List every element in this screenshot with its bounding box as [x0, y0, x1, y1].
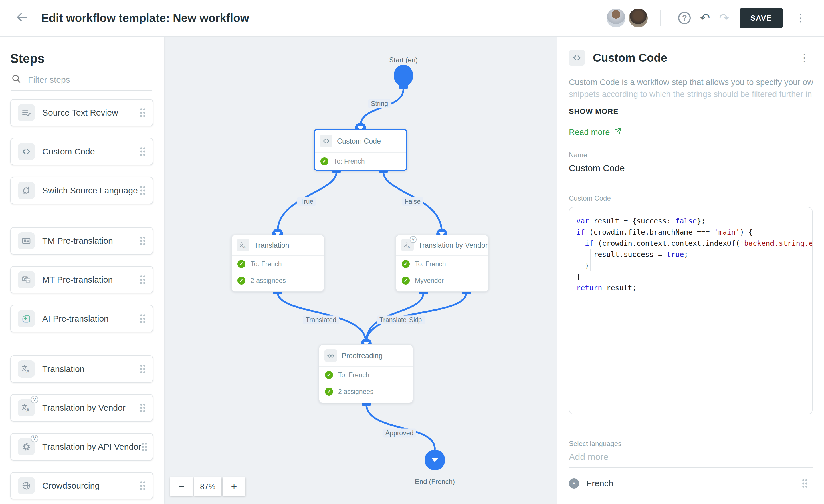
- zoom-out-button[interactable]: −: [170, 477, 193, 496]
- header: Edit workflow template: New workflow ? ↶…: [0, 0, 824, 36]
- glasses-icon: [324, 349, 337, 362]
- check-icon: ✓: [237, 277, 245, 285]
- translation-icon: A: [237, 239, 249, 251]
- steps-sidebar: Steps Source Text ReviewCustom CodeSwitc…: [0, 36, 164, 504]
- header-menu-button[interactable]: ⋮: [791, 11, 810, 25]
- ai-pre-translation-icon: [18, 310, 35, 327]
- zoom-level: 87%: [194, 477, 221, 496]
- help-icon: ?: [678, 12, 691, 24]
- check-icon: ✓: [402, 260, 410, 268]
- step-label: Translation: [42, 364, 84, 374]
- step-card-translation-by-api-vendor[interactable]: VTranslation by API Vendor: [10, 433, 153, 461]
- header-actions: ? ↶ ↷ SAVE ⋮: [607, 8, 810, 28]
- drag-handle-icon[interactable]: [140, 314, 146, 323]
- edge-label-approved: Approved: [383, 429, 416, 438]
- drag-handle-icon[interactable]: [140, 186, 146, 195]
- external-link-icon: [614, 127, 622, 137]
- mt-pre-translation-icon: G: [18, 271, 35, 288]
- name-field-value[interactable]: Custom Code: [569, 163, 813, 179]
- edge-label-string: String: [368, 99, 391, 108]
- remove-language-button[interactable]: ×: [569, 478, 579, 489]
- sidebar-title: Steps: [10, 52, 153, 66]
- close-icon: ×: [572, 480, 576, 487]
- step-label: AI Pre-translation: [42, 314, 109, 323]
- end-node[interactable]: [425, 449, 445, 470]
- save-button[interactable]: SAVE: [740, 8, 783, 28]
- filter-steps-input[interactable]: [27, 74, 152, 85]
- avatar[interactable]: [629, 9, 648, 27]
- canvas-node-translation[interactable]: A Translation ✓To: French ✓2 assignees: [231, 234, 324, 292]
- drag-handle-icon[interactable]: [140, 236, 146, 246]
- check-icon: ✓: [320, 157, 328, 165]
- step-card-mt-pre-translation[interactable]: GMT Pre-translation: [10, 266, 153, 294]
- globe-icon: [18, 477, 35, 494]
- translation-icon: AV: [18, 399, 35, 416]
- step-label: Translation by API Vendor: [42, 442, 141, 451]
- kebab-icon: ⋮: [795, 13, 806, 23]
- drag-handle-icon[interactable]: [140, 147, 146, 157]
- custom-code-icon: [18, 143, 35, 160]
- add-language-input[interactable]: Add more: [569, 451, 813, 468]
- drag-handle-icon[interactable]: [140, 108, 146, 118]
- undo-icon: ↶: [700, 12, 710, 24]
- help-button[interactable]: ?: [674, 9, 695, 27]
- svg-text:A: A: [26, 369, 30, 374]
- vendor-badge: V: [31, 435, 38, 442]
- custom-code-icon: [320, 135, 332, 147]
- svg-text:A: A: [243, 245, 246, 249]
- back-button[interactable]: [14, 10, 31, 27]
- edge-approved: [366, 404, 435, 449]
- filter-steps-field[interactable]: [11, 74, 152, 91]
- step-card-source-text-review[interactable]: Source Text Review: [10, 99, 153, 126]
- code-line: }: [576, 271, 805, 282]
- translation-vendor-icon: AV: [401, 239, 414, 251]
- inspector-panel: Custom Code ⋮ Custom Code is a workflow …: [557, 36, 824, 504]
- step-label: MT Pre-translation: [42, 275, 113, 285]
- select-languages-label: Select languages: [569, 440, 813, 448]
- step-label: Custom Code: [42, 147, 95, 157]
- step-card-custom-code[interactable]: Custom Code: [10, 138, 153, 165]
- step-card-tm-pre-translation[interactable]: TM Pre-translation: [10, 227, 153, 255]
- canvas-node-custom-code[interactable]: Custom Code ✓ To: French: [314, 129, 407, 171]
- avatar[interactable]: [607, 9, 625, 27]
- edge-label-true: True: [297, 197, 316, 206]
- step-card-translation[interactable]: ATranslation: [10, 355, 153, 383]
- canvas-node-proofreading[interactable]: Proofreading ✓To: French ✓2 assignees: [319, 344, 413, 403]
- canvas-node-translation-by-vendor[interactable]: AV Translation by Vendor ✓To: French ✓My…: [395, 234, 489, 292]
- panel-menu-button[interactable]: ⋮: [796, 50, 813, 66]
- drag-handle-icon[interactable]: [802, 479, 808, 488]
- step-card-switch-source-language[interactable]: Switch Source Language: [10, 177, 153, 204]
- drag-handle-icon[interactable]: [140, 481, 146, 491]
- language-name: French: [587, 479, 613, 488]
- code-editor[interactable]: var result = {success: false};if (crowdi…: [569, 207, 813, 414]
- page-title: Edit workflow template: New workflow: [41, 12, 249, 25]
- redo-button[interactable]: ↷: [715, 10, 734, 26]
- source-text-review-icon: [18, 104, 35, 121]
- step-card-ai-pre-translation[interactable]: AI Pre-translation: [10, 305, 153, 332]
- step-card-translation-by-vendor[interactable]: AVTranslation by Vendor: [10, 394, 153, 422]
- check-icon: ✓: [325, 371, 333, 379]
- undo-button[interactable]: ↶: [695, 10, 714, 26]
- workflow-canvas[interactable]: Start (en) End (French) String True Fals…: [164, 36, 557, 504]
- edge-label-translated: Translated: [303, 315, 339, 324]
- zoom-in-button[interactable]: +: [223, 477, 245, 496]
- start-node[interactable]: [394, 65, 413, 89]
- drag-handle-icon[interactable]: [141, 442, 147, 451]
- edge-label-skip: Skip: [406, 315, 425, 324]
- check-icon: ✓: [237, 260, 245, 268]
- drag-handle-icon[interactable]: [140, 403, 146, 413]
- vendor-badge: V: [31, 396, 38, 403]
- language-item-french: × French: [569, 478, 813, 489]
- drag-handle-icon[interactable]: [140, 275, 146, 285]
- code-line: result.success = true;: [576, 249, 805, 260]
- canvas-zoom-control: − 87% +: [170, 477, 245, 496]
- indent-guide: [590, 249, 591, 272]
- panel-title: Custom Code: [593, 52, 667, 64]
- drag-handle-icon[interactable]: [140, 364, 146, 374]
- show-more-button[interactable]: SHOW MORE: [569, 107, 618, 116]
- code-line: if (crowdin.context.context.indexOf('bac…: [576, 238, 805, 249]
- redo-icon: ↷: [719, 12, 729, 24]
- step-card-crowdsourcing[interactable]: Crowdsourcing: [10, 472, 153, 499]
- read-more-link[interactable]: Read more: [569, 127, 622, 137]
- edge-label-false: False: [402, 197, 423, 206]
